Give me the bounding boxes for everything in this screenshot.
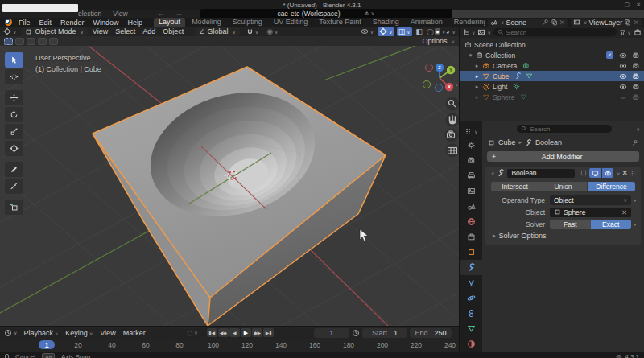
tab-physics[interactable] bbox=[460, 290, 482, 306]
tool-rotate[interactable] bbox=[5, 107, 23, 122]
blender-logo-icon[interactable] bbox=[5, 19, 12, 26]
menu-tl-view[interactable]: View bbox=[100, 329, 115, 337]
tool-measure[interactable] bbox=[5, 179, 23, 194]
jump-to-end-button[interactable]: ▶▮ bbox=[263, 328, 274, 337]
zoom-tool-icon[interactable] bbox=[446, 97, 460, 111]
object-visibility-icon[interactable]: ∨ bbox=[359, 27, 375, 36]
sidebar-collapse-icon[interactable]: ‹ bbox=[456, 81, 458, 88]
gizmo-neg-x[interactable] bbox=[425, 64, 432, 71]
show-gizmos-icon[interactable]: ∨ bbox=[378, 27, 394, 36]
difference-button[interactable]: Difference bbox=[588, 182, 635, 191]
forward-arrow-icon[interactable]: → bbox=[175, 10, 183, 18]
proportional-editing-icon[interactable]: ◉∨ bbox=[265, 27, 279, 36]
transform-orientation[interactable]: ∠ Global ∨ bbox=[195, 27, 240, 36]
tab-constraints[interactable] bbox=[460, 306, 482, 321]
gizmo-neg-z[interactable] bbox=[435, 84, 442, 91]
tool-scale[interactable] bbox=[5, 124, 23, 139]
edit-mode-toggle-icon[interactable] bbox=[580, 169, 588, 177]
timeline-editor-icon[interactable]: ∨ bbox=[4, 329, 17, 337]
outliner-search-input[interactable] bbox=[506, 29, 613, 36]
tab-view-layer[interactable] bbox=[460, 183, 482, 199]
current-frame-field[interactable]: 1 bbox=[314, 328, 349, 338]
view-layer-selector[interactable]: ∨ ViewLayer ✕ bbox=[571, 19, 642, 27]
filter-icon[interactable]: ∨ bbox=[619, 29, 631, 36]
tool-transform[interactable] bbox=[5, 141, 23, 156]
tab-shading[interactable]: Shading bbox=[368, 18, 404, 27]
tool-move[interactable] bbox=[5, 90, 23, 105]
shading-wireframe-icon[interactable]: ◯ bbox=[427, 28, 434, 35]
auto-keying-icon[interactable]: ◯∨ bbox=[186, 328, 200, 337]
add-modifier-button[interactable]: + Add Modifier bbox=[487, 151, 639, 162]
select-mode-intersect-icon[interactable] bbox=[49, 38, 58, 45]
tool-cursor[interactable] bbox=[5, 69, 23, 84]
options-chevron-icon[interactable]: ∨ bbox=[637, 126, 640, 132]
drag-handle-icon[interactable] bbox=[630, 170, 637, 177]
mode-selector[interactable]: Object Mode ∨ bbox=[21, 27, 87, 36]
timeline-ruler[interactable]: 1 20 40 60 80 100 120 140 160 180 200 22… bbox=[0, 339, 459, 352]
new-collection-icon[interactable] bbox=[634, 28, 642, 36]
row-light[interactable]: ▸ Light bbox=[460, 81, 644, 92]
tab-rendering[interactable]: Rendering bbox=[449, 18, 485, 27]
tab-object[interactable] bbox=[460, 245, 482, 260]
tab-extra-icon[interactable]: ⋔ ∨ bbox=[365, 10, 375, 17]
tab-world[interactable] bbox=[460, 214, 482, 229]
render-camera-icon[interactable] bbox=[630, 51, 641, 60]
remove-modifier-icon[interactable]: ✕ bbox=[621, 169, 628, 177]
properties-search-input[interactable] bbox=[530, 126, 608, 133]
overlay-menu-selection[interactable]: election bbox=[78, 10, 101, 18]
close-button[interactable]: ✕ bbox=[636, 2, 641, 8]
pan-hand-icon[interactable] bbox=[446, 113, 460, 127]
workspace-tab-bar[interactable]: cae-etc (Workspace) ⋔ ∨ bbox=[200, 9, 452, 18]
current-frame-badge[interactable]: 1 bbox=[39, 340, 55, 349]
show-overlays-icon[interactable]: ◫∨ bbox=[397, 27, 412, 36]
next-keyframe-button[interactable]: ◆▶ bbox=[252, 328, 262, 337]
tab-animation[interactable]: Animation bbox=[406, 18, 448, 27]
options-button[interactable]: Options ∨ bbox=[423, 37, 455, 45]
select-mode-extend-icon[interactable] bbox=[15, 38, 24, 45]
back-arrow-icon[interactable]: ← bbox=[157, 10, 164, 18]
menu-edit[interactable]: Edit bbox=[39, 19, 52, 27]
breadcrumb-object[interactable]: Cube bbox=[498, 138, 516, 146]
end-frame-field[interactable]: End250 bbox=[410, 328, 452, 338]
menu-render[interactable]: Render bbox=[60, 19, 85, 27]
new-scene-icon[interactable] bbox=[551, 19, 558, 26]
cube-object[interactable] bbox=[93, 67, 386, 326]
solver-options-toggle[interactable]: ▸ Solver Options bbox=[485, 230, 641, 241]
unlink-scene-icon[interactable]: ✕ bbox=[559, 19, 566, 27]
menu-window[interactable]: Window bbox=[93, 19, 119, 27]
menu-help[interactable]: Help bbox=[128, 19, 143, 27]
scene-selector[interactable]: ∨ Scene ✕ bbox=[488, 19, 568, 27]
display-mode-icon[interactable]: ∨ bbox=[477, 28, 490, 36]
properties-editor-icon[interactable]: ∨ bbox=[460, 125, 482, 138]
select-mode-subtract-icon[interactable] bbox=[27, 38, 35, 45]
navigation-gizmo[interactable]: Z Y X bbox=[423, 64, 455, 92]
render-camera-icon[interactable] bbox=[630, 62, 641, 70]
intersect-button[interactable]: Intersect bbox=[491, 182, 539, 191]
tab-object-data[interactable] bbox=[460, 321, 482, 336]
remove-view-layer-icon[interactable]: ✕ bbox=[633, 19, 639, 27]
jump-to-start-button[interactable]: ▮◀ bbox=[207, 328, 217, 337]
view-layer-name[interactable]: ViewLayer bbox=[588, 19, 622, 27]
hide-eye-icon[interactable] bbox=[617, 51, 628, 60]
union-button[interactable]: Union bbox=[539, 182, 588, 191]
menu-playback[interactable]: Playback∨ bbox=[23, 329, 58, 337]
tab-output[interactable] bbox=[460, 168, 482, 183]
render-display-toggle-icon[interactable] bbox=[602, 168, 613, 178]
tab-particles[interactable] bbox=[460, 275, 482, 290]
toggle-perspective-icon[interactable] bbox=[446, 144, 460, 158]
start-frame-field[interactable]: Start1 bbox=[362, 328, 407, 338]
tab-material[interactable] bbox=[460, 336, 482, 352]
solver-fast-button[interactable]: Fast bbox=[550, 220, 591, 229]
realtime-display-toggle-icon[interactable] bbox=[589, 168, 601, 178]
object-picker-field[interactable]: Sphere ✕ bbox=[550, 208, 631, 217]
tab-uv-editing[interactable]: UV Editing bbox=[269, 18, 313, 27]
tool-select-box[interactable] bbox=[5, 52, 23, 68]
new-view-layer-icon[interactable] bbox=[624, 19, 631, 26]
pin-icon[interactable] bbox=[631, 139, 638, 146]
shading-material-icon[interactable]: ◑ bbox=[441, 28, 445, 35]
hide-eye-icon[interactable] bbox=[617, 62, 628, 70]
toggle-xray-icon[interactable]: ◧ bbox=[415, 27, 425, 36]
overlay-more-icon[interactable]: ⋯ bbox=[139, 10, 147, 18]
menu-vp-object[interactable]: Object bbox=[163, 27, 184, 35]
select-mode-invert-icon[interactable] bbox=[38, 38, 47, 45]
